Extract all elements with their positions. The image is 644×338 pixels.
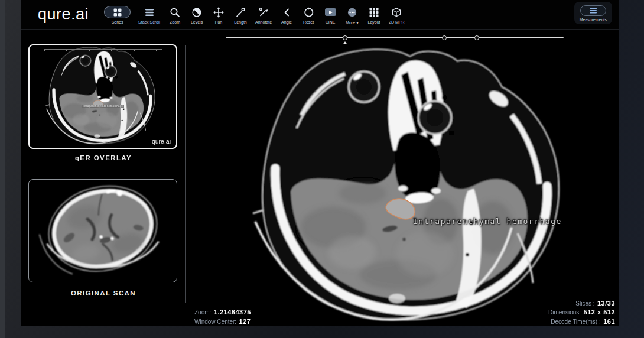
length-icon	[235, 7, 246, 18]
tool-angle[interactable]: Angle	[279, 4, 294, 24]
caret-down-icon: ▾	[356, 20, 359, 25]
content-area: Intraparenchymal hemorrhage qure.ai qER …	[21, 30, 619, 326]
qer-overlay-scan-image	[30, 46, 176, 146]
tool-label: Layout	[368, 20, 380, 24]
measurements-label: Measurements	[580, 18, 607, 22]
tool-levels[interactable]: Levels	[190, 4, 204, 24]
main-viewer[interactable]: Intraparenchymal hemorrhage Zoom: 1.2148…	[186, 30, 619, 326]
tool-reset[interactable]: Reset	[301, 4, 316, 24]
tool-annotate[interactable]: Annotate	[255, 4, 272, 24]
qure-ai-logo: qure.ai	[38, 5, 89, 24]
tool-series[interactable]: Series	[104, 4, 131, 24]
slice-slider[interactable]	[226, 37, 564, 38]
decode-time-status: Decode Time(ms) : 161	[548, 317, 615, 326]
slider-marker[interactable]	[474, 35, 479, 40]
layout-grid-icon	[369, 8, 379, 17]
reset-icon	[303, 7, 314, 18]
measurements-pill	[580, 5, 606, 16]
thumbnail-slider	[44, 49, 162, 51]
tool-label: Length	[234, 20, 246, 24]
tool-stack-scroll[interactable]: Stack Scroll	[138, 4, 160, 24]
tool-layout[interactable]: Layout	[367, 4, 381, 24]
tool-2d-mpr[interactable]: 2D MPR	[389, 4, 404, 24]
monitor-bezel: qure.ai Series Stack Scroll	[0, 0, 644, 338]
annotate-icon	[258, 7, 269, 18]
tool-label: Levels	[191, 20, 203, 24]
tool-label: Stack Scroll	[138, 20, 160, 24]
series-sidebar: Intraparenchymal hemorrhage qure.ai qER …	[21, 30, 186, 326]
main-ct-scan-image[interactable]	[245, 44, 581, 326]
thumbnail-original-scan[interactable]	[28, 179, 177, 282]
tool-label: Annotate	[255, 20, 272, 24]
series-grid-icon	[113, 8, 122, 17]
angle-icon	[282, 7, 291, 18]
original-scan-image	[30, 180, 176, 278]
tool-label: Series	[112, 20, 123, 24]
viewport-status-right: Slices : 13/33 Dimensions: 512 x 512 Dec…	[548, 298, 615, 326]
tool-cine[interactable]: CINE	[323, 4, 337, 24]
stack-scroll-icon	[145, 8, 154, 17]
series-pill[interactable]	[104, 6, 131, 18]
tool-label: 2D MPR	[389, 20, 404, 24]
zoom-icon	[170, 7, 180, 18]
tool-label: CINE	[326, 20, 336, 24]
tool-length[interactable]: Length	[233, 4, 248, 24]
thumbnail-label: ORIGINAL SCAN	[21, 290, 186, 297]
tool-pan[interactable]: Pan	[212, 4, 226, 24]
tool-more[interactable]: More▾	[345, 4, 359, 25]
qure-watermark: qure.ai	[152, 138, 171, 145]
tool-label: Pan	[215, 20, 222, 24]
tool-label: Zoom	[170, 20, 180, 24]
measurements-list-icon	[589, 8, 597, 14]
slider-marker[interactable]	[442, 35, 447, 40]
viewport-status-left: Zoom: 1.21484375 Window Center: 127	[194, 307, 251, 326]
header-bar: qure.ai Series Stack Scroll	[21, 0, 619, 30]
levels-icon	[191, 7, 202, 18]
cube-icon	[391, 7, 402, 18]
tool-label: More	[346, 21, 355, 25]
more-dots-icon	[347, 8, 357, 17]
bezel-left-strip	[0, 0, 5, 338]
slider-marker-current[interactable]	[343, 35, 347, 40]
thumbnail-label: qER OVERLAY	[21, 154, 186, 161]
thumbnail-annotation: Intraparenchymal hemorrhage	[82, 105, 124, 108]
app-window: qure.ai Series Stack Scroll	[21, 0, 619, 326]
pan-icon	[213, 7, 224, 18]
tool-label: Reset	[303, 20, 314, 24]
measurements-button[interactable]: Measurements	[574, 2, 612, 24]
cine-play-icon	[325, 8, 336, 16]
window-center-status: Window Center: 127	[194, 317, 251, 326]
zoom-status: Zoom: 1.21484375	[194, 307, 251, 317]
toolbar: Series Stack Scroll Zoom	[104, 4, 404, 25]
dimensions-status: Dimensions: 512 x 512	[548, 307, 615, 317]
tool-label: Angle	[281, 20, 292, 24]
thumbnail-qer-overlay[interactable]: Intraparenchymal hemorrhage qure.ai	[28, 44, 177, 149]
tool-zoom[interactable]: Zoom	[168, 4, 182, 24]
